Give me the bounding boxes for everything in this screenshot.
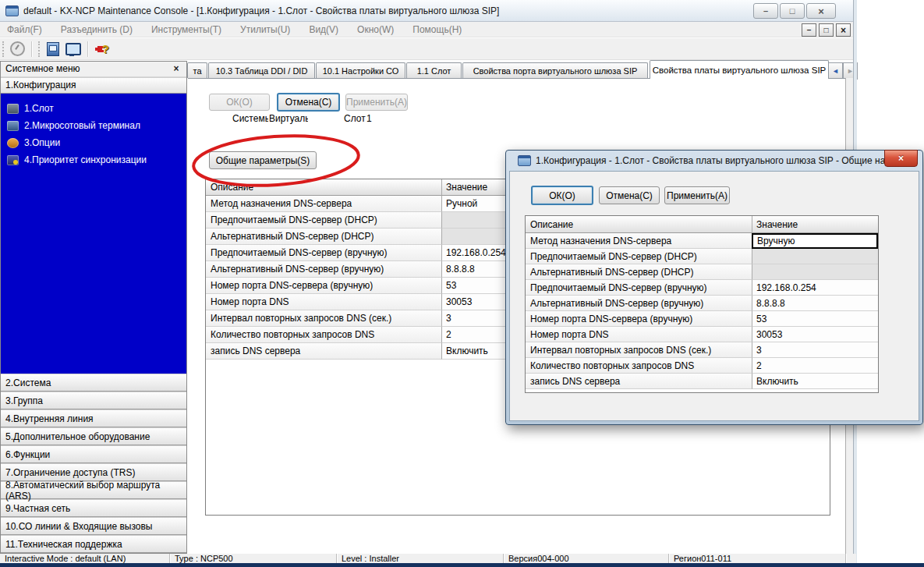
toolbar-separator [31,41,32,57]
toolbar-grip [38,41,43,57]
sidebar-section-9[interactable]: 9.Частная сеть [1,499,186,517]
help-icon[interactable] [94,41,111,57]
status-pane-1: Type : NCP500 [170,554,337,563]
tree-item-0[interactable]: 1.Слот [1,100,186,117]
pc-monitor-icon[interactable] [65,41,82,57]
desc-cell: Предпочитаемый DNS-сервер (DHCP) [526,249,752,264]
close-button[interactable] [806,3,836,19]
sidebar-section-5[interactable]: 5.Дополнительное оборудование [1,427,186,445]
value-cell[interactable]: 2 [752,358,878,374]
tree-item-label: 3.Опции [24,137,60,148]
dialog-content: ОК(O) Отмена(C) Применить(A) ОписаниеЗна… [509,171,919,421]
tab-0[interactable]: та [187,62,207,78]
tab-2[interactable]: 10.1 Настройки СО [316,62,405,78]
desc-cell: Предпочитаемый DNS-сервер (вручную) [526,280,752,296]
sidebar-section-4[interactable]: 4.Внутренняя линия [1,409,186,427]
value-cell[interactable]: 3 [752,342,878,358]
dialog-cancel-button[interactable]: Отмена(C) [599,186,660,204]
status-pane-4: Регион011-011 [669,554,846,563]
window-title: default - KX-NCP Maintenance Console - [… [23,5,499,16]
sidebar-section-6[interactable]: 6.Функции [1,445,186,463]
sidebar-section-8[interactable]: 8.Автоматический выбор маршрута (ARS) [1,481,186,499]
dialog-close-button[interactable] [884,150,918,167]
desc-cell: Альтернативный DNS-сервер (DHCP) [526,264,752,280]
system-label: Системы [232,113,268,124]
system-device-icon[interactable] [44,41,62,57]
status-pane-3: Версия004-000 [504,554,669,563]
sidebar-section-11[interactable]: 11.Техническая поддержка [1,535,186,553]
common-parameters-button[interactable]: Общие параметры(S) [209,151,317,169]
sidebar-section-2[interactable]: 2.Система [1,374,186,392]
tab-strip: та10.3 Таблица DDI / DID10.1 Настройки С… [187,60,856,79]
maximize-button[interactable] [780,3,805,19]
ok-button: ОК(O) [209,94,270,111]
table-row: запись DNS сервераВключить [526,374,878,389]
sidebar-close-icon[interactable] [171,63,182,74]
desc-cell: Номер порта DNS-сервера (вручную) [206,278,441,294]
tab-1[interactable]: 10.3 Таблица DDI / DID [208,62,315,78]
mdi-close-icon[interactable] [836,23,851,37]
value-cell[interactable]: Вручную [752,233,878,249]
sidebar-section-3[interactable]: 3.Группа [1,392,186,409]
dialog-apply-button[interactable]: Применить(A) [664,186,730,204]
slot-value: 1 [366,113,379,124]
menu-item-0[interactable]: Файл(F) [7,24,42,35]
desc-cell: Предпочитаемый DNS-сервер (DHCP) [206,212,441,229]
gears-icon [7,138,19,148]
tree-item-label: 1.Слот [24,103,54,114]
tab-4[interactable]: Свойства порта виртуального шлюза SIP [462,62,648,78]
menu-item-3[interactable]: Утилиты(U) [240,24,290,35]
connect-gauge-icon[interactable] [9,41,26,57]
cancel-button[interactable]: Отмена(C) [277,93,340,112]
value-cell[interactable]: 53 [752,311,878,327]
table-row: Предпочитаемый DNS-сервер (DHCP) [526,249,878,264]
sidebar-section-configuration[interactable]: 1.Конфигурация [1,77,186,94]
dialog-ok-button[interactable]: ОК(O) [531,186,593,205]
tree-item-2[interactable]: 3.Опции [1,134,186,151]
desc-cell: Метод назначения DNS-сервера [206,196,441,212]
sidebar-sections: 2.Система3.Группа4.Внутренняя линия5.Доп… [1,374,186,553]
tree-item-3[interactable]: 4.Приоритет синхронизации [1,151,186,168]
dialog-title-bar: 1.Конфигурация - 1.Слот - Свойства платы… [506,151,922,171]
apply-button: Применить(A) [345,94,408,111]
tab-5[interactable]: Свойства платы виртуального шлюза SIP [650,60,829,79]
virtual-label: Виртуальный [269,113,308,124]
system-menu-panel: Системное меню 1.Конфигурация 1.Слот2.Ми… [0,61,187,554]
minimize-button[interactable] [753,3,778,19]
tab-3[interactable]: 1.1 Слот [406,62,462,78]
tree-item-1[interactable]: 2.Микросотовый терминал [1,117,186,134]
menu-item-5[interactable]: Окно(W) [357,24,394,35]
table-header-row: ОписаниеЗначение [526,216,878,233]
value-cell[interactable]: 192.168.0.254 [752,280,878,296]
value-cell[interactable]: 8.8.8.8 [752,296,878,311]
app-window-icon [5,5,19,16]
mdi-minimize-icon[interactable] [802,23,816,37]
tree-item-label: 4.Приоритет синхронизации [24,154,147,165]
desc-cell: Альтернативный DNS-сервер (вручную) [206,261,441,278]
menu-item-6[interactable]: Помощь(H) [412,24,462,35]
desc-cell: запись DNS сервера [526,374,752,389]
value-cell[interactable] [752,249,878,264]
slot-card-icon [7,104,19,114]
handset-terminal-icon [7,121,19,131]
toolbar-grip [2,41,7,57]
desc-cell: Метод назначения DNS-сервера [526,233,752,249]
sidebar-section-10[interactable]: 10.СО линии & Входящие вызовы [1,517,186,535]
dialog-dns-settings-table: ОписаниеЗначениеМетод назначения DNS-сер… [525,215,879,393]
tab-scroll-left-icon[interactable] [828,62,843,80]
table-row: Альтернативный DNS-сервер (DHCP) [526,264,878,280]
menu-item-2[interactable]: Инструменты(T) [151,24,221,35]
sync-clock-icon [7,155,19,165]
value-cell[interactable] [752,264,878,280]
mdi-restore-icon[interactable] [819,23,834,37]
value-cell[interactable]: 30053 [752,327,878,342]
dialog-window-icon [518,155,531,166]
desc-cell: Номер порта DNS [206,294,441,310]
menu-item-4[interactable]: Вид(V) [309,24,338,35]
screen: default - KX-NCP Maintenance Console - [… [0,0,924,567]
toolbar [0,38,856,60]
table-row: Предпочитаемый DNS-сервер (вручную)192.1… [526,280,878,296]
menu-item-1[interactable]: Разъединить (D) [61,24,133,35]
value-cell[interactable]: Включить [752,374,878,389]
table-row: Номер порта DNS30053 [526,327,878,342]
